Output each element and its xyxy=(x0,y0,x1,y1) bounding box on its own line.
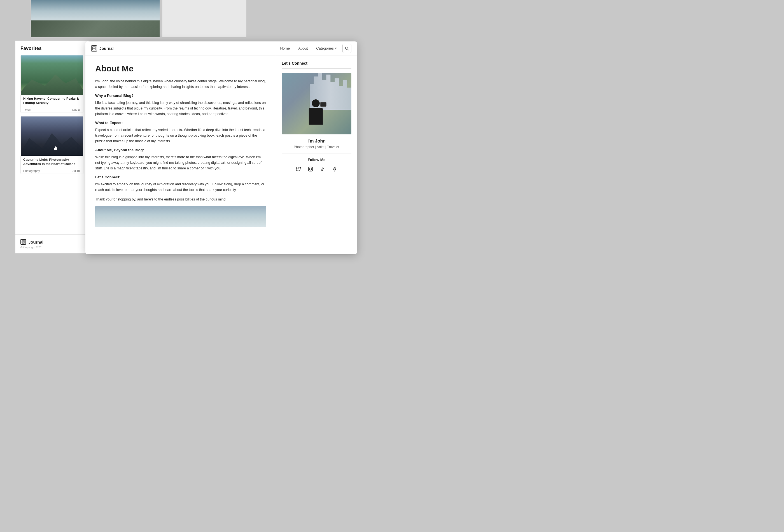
card1-title: Hiking Havens: Conquering Peaks & Findin… xyxy=(23,96,81,105)
nav-home-link[interactable]: Home xyxy=(280,46,290,50)
sidebar-footer-logo-text: Journal xyxy=(28,240,44,245)
svg-line-9 xyxy=(348,49,349,50)
profile-tagline: Photographer | Artist | Traveler xyxy=(282,145,352,153)
favorites-sidebar: Favorites Hiking Havens: Conquering Peak… xyxy=(16,40,89,253)
section4-text: I'm excited to embark on this journey of… xyxy=(95,181,266,193)
bottom-landscape-image xyxy=(95,206,266,227)
browser-navbar: Journal Home About Categories ∨ xyxy=(85,41,357,55)
page-title: About Me xyxy=(95,64,266,73)
hiking-mountain-shape xyxy=(21,69,83,95)
search-button[interactable] xyxy=(342,44,352,53)
profile-name: I'm John xyxy=(282,139,352,144)
nav-links: Home About Categories ∨ xyxy=(280,46,337,50)
right-sidebar: Let's Connect I'm John Photographer | Ar… xyxy=(276,55,357,254)
favorites-title: Favorites xyxy=(21,46,83,51)
sidebar-footer-logo-icon xyxy=(21,239,26,245)
journal-nav-icon xyxy=(92,47,96,50)
connect-title: Let's Connect xyxy=(282,61,352,68)
browser-content: About Me I'm John, the voice behind this… xyxy=(85,55,357,254)
section1-text: Life is a fascinating journey, and this … xyxy=(95,100,266,117)
instagram-icon[interactable] xyxy=(307,165,314,173)
svg-point-11 xyxy=(309,168,312,170)
twitter-icon[interactable] xyxy=(295,165,302,173)
social-icons xyxy=(282,165,352,173)
nav-logo-icon xyxy=(91,45,97,52)
nav-categories-label: Categories xyxy=(316,46,334,50)
card-iceland-image xyxy=(21,116,83,156)
chevron-down-icon: ∨ xyxy=(335,47,337,50)
journal-icon xyxy=(22,240,25,244)
closing-text: Thank you for stopping by, and here's to… xyxy=(95,197,266,202)
card1-date: Nov 8, xyxy=(72,108,81,111)
section4-heading: Let's Connect: xyxy=(95,175,266,179)
nav-categories-dropdown[interactable]: Categories ∨ xyxy=(316,46,337,50)
svg-rect-10 xyxy=(309,167,313,171)
nav-logo-text: Journal xyxy=(100,46,114,51)
favorite-card-hiking[interactable]: Hiking Havens: Conquering Peaks & Findin… xyxy=(21,55,83,113)
card2-category: Photography xyxy=(23,169,40,172)
nav-about-link[interactable]: About xyxy=(298,46,308,50)
sidebar-footer-logo: Journal xyxy=(21,239,83,245)
sidebar-footer-copyright: © Copyright 2023 xyxy=(21,246,83,249)
hero-background-image xyxy=(31,0,160,37)
tiktok-icon[interactable] xyxy=(319,165,327,173)
card2-date: Jul 19, xyxy=(72,169,81,172)
section3-heading: About Me, Beyond the Blog: xyxy=(95,148,266,152)
sidebar-footer: Journal © Copyright 2023 xyxy=(16,234,88,253)
main-article: About Me I'm John, the voice behind this… xyxy=(85,55,276,254)
person-silhouette xyxy=(308,100,324,130)
facebook-icon[interactable] xyxy=(331,165,338,173)
iceland-mountain-shape xyxy=(21,131,83,156)
browser-window: Journal Home About Categories ∨ About Me… xyxy=(85,41,357,254)
card-hiking-image xyxy=(21,55,83,95)
intro-text: I'm John, the voice behind this digital … xyxy=(95,78,266,90)
profile-photo-container xyxy=(282,73,352,134)
follow-title: Follow Me xyxy=(282,158,352,162)
section3-text: While this blog is a glimpse into my int… xyxy=(95,154,266,171)
section2-heading: What to Expect: xyxy=(95,121,266,125)
favorite-card-iceland[interactable]: Capturing Light: Photography Adventures … xyxy=(21,116,83,174)
search-icon xyxy=(345,47,349,50)
top-right-bg xyxy=(162,0,246,37)
section2-text: Expect a blend of articles that reflect … xyxy=(95,127,266,144)
nav-logo[interactable]: Journal xyxy=(91,45,114,52)
card1-category: Travel xyxy=(23,108,31,111)
svg-point-12 xyxy=(311,168,312,168)
card2-title: Capturing Light: Photography Adventures … xyxy=(23,158,81,166)
section1-heading: Why a Personal Blog? xyxy=(95,93,266,98)
